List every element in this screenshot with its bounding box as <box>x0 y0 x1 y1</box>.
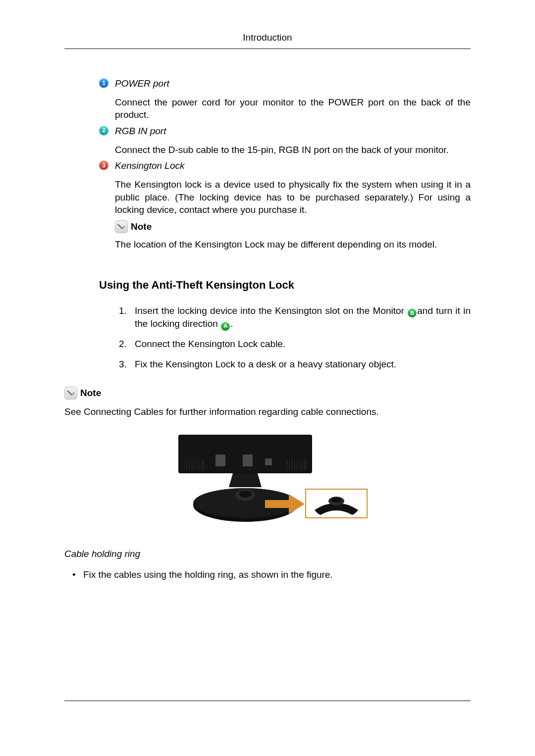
bullet-1-icon: 1 <box>99 78 108 88</box>
step-3-text: Fix the Kensington Lock to a desk or a h… <box>135 358 396 371</box>
step-3-number: 3. <box>119 358 135 371</box>
cable-figure <box>166 431 369 525</box>
note-icon <box>115 220 128 233</box>
note2-label: Note <box>80 388 101 399</box>
svg-rect-18 <box>215 454 225 466</box>
step-2-text: Connect the Kensington Lock cable. <box>135 338 285 351</box>
svg-rect-26 <box>265 500 289 508</box>
note-icon <box>64 387 77 400</box>
cable-heading: Cable holding ring <box>64 549 471 559</box>
item-2-title: RGB IN port <box>115 125 166 138</box>
item-3-body: The Kensington lock is a device used to … <box>115 178 471 216</box>
footer-rule <box>64 701 471 701</box>
item-1-title: POWER port <box>115 78 169 90</box>
page-header-title: Introduction <box>243 32 292 43</box>
cable-text: Fix the cables using the holding ring, a… <box>83 569 333 580</box>
section-heading: Using the Anti-Theft Kensington Lock <box>99 279 471 292</box>
svg-marker-27 <box>289 494 305 514</box>
step-1-number: 1. <box>119 304 135 331</box>
step-1-text: Insert the locking device into the Kensi… <box>135 304 471 331</box>
note-label: Note <box>131 221 152 232</box>
bullet-3-icon: 3 <box>99 160 108 170</box>
inline-b-icon: B <box>408 308 417 317</box>
bullet-2-icon: 2 <box>99 126 108 135</box>
svg-rect-20 <box>265 458 272 465</box>
step-2-number: 2. <box>119 338 135 351</box>
bullet-dot: • <box>72 569 83 580</box>
svg-point-25 <box>239 491 252 498</box>
note2-text: See Connecting Cables for further inform… <box>64 405 471 419</box>
item-3-title: Kensington Lock <box>115 160 185 172</box>
item-1-body: Connect the power cord for your monitor … <box>115 96 471 121</box>
note-text: The location of the Kensington Lock may … <box>115 238 471 251</box>
item-2-body: Connect the D-sub cable to the 15-pin, R… <box>115 144 471 156</box>
svg-point-30 <box>331 498 341 503</box>
inline-a-icon: A <box>221 322 230 331</box>
svg-rect-19 <box>243 454 253 466</box>
svg-rect-2 <box>184 459 204 470</box>
